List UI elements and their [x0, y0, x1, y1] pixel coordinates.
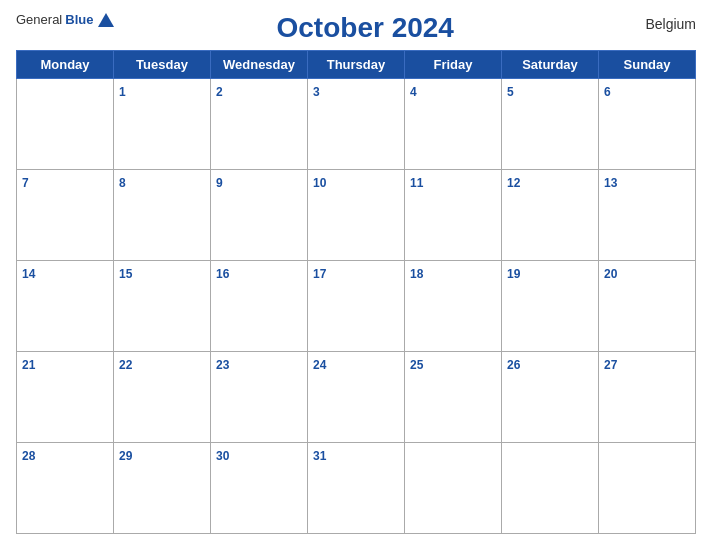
calendar-cell: 30 [211, 443, 308, 534]
calendar-cell: 12 [502, 170, 599, 261]
calendar-cell: 17 [308, 261, 405, 352]
day-number: 5 [507, 85, 514, 99]
week-row-3: 14151617181920 [17, 261, 696, 352]
calendar-cell: 7 [17, 170, 114, 261]
day-number: 8 [119, 176, 126, 190]
col-saturday: Saturday [502, 51, 599, 79]
day-number: 28 [22, 449, 35, 463]
logo-general-text: General [16, 12, 62, 27]
country-label: Belgium [616, 12, 696, 32]
col-thursday: Thursday [308, 51, 405, 79]
calendar-page: General Blue October 2024 Belgium Monday… [0, 0, 712, 550]
days-of-week-row: Monday Tuesday Wednesday Thursday Friday… [17, 51, 696, 79]
day-number: 29 [119, 449, 132, 463]
day-number: 15 [119, 267, 132, 281]
calendar-cell: 8 [114, 170, 211, 261]
week-row-4: 21222324252627 [17, 352, 696, 443]
calendar-cell: 2 [211, 79, 308, 170]
day-number: 6 [604, 85, 611, 99]
calendar-cell: 10 [308, 170, 405, 261]
calendar-cell: 27 [599, 352, 696, 443]
calendar-cell [599, 443, 696, 534]
day-number: 10 [313, 176, 326, 190]
day-number: 11 [410, 176, 423, 190]
day-number: 16 [216, 267, 229, 281]
calendar-cell: 22 [114, 352, 211, 443]
calendar-cell: 13 [599, 170, 696, 261]
calendar-table: Monday Tuesday Wednesday Thursday Friday… [16, 50, 696, 534]
col-friday: Friday [405, 51, 502, 79]
logo-blue-text: Blue [65, 12, 93, 27]
day-number: 27 [604, 358, 617, 372]
calendar-cell: 25 [405, 352, 502, 443]
day-number: 9 [216, 176, 223, 190]
col-tuesday: Tuesday [114, 51, 211, 79]
calendar-cell [405, 443, 502, 534]
day-number: 3 [313, 85, 320, 99]
calendar-cell: 31 [308, 443, 405, 534]
page-header: General Blue October 2024 Belgium [16, 12, 696, 44]
day-number: 19 [507, 267, 520, 281]
col-wednesday: Wednesday [211, 51, 308, 79]
logo-area: General Blue [16, 12, 114, 27]
calendar-cell: 3 [308, 79, 405, 170]
day-number: 26 [507, 358, 520, 372]
day-number: 4 [410, 85, 417, 99]
calendar-title: October 2024 [277, 12, 454, 43]
calendar-cell: 9 [211, 170, 308, 261]
calendar-cell: 15 [114, 261, 211, 352]
day-number: 1 [119, 85, 126, 99]
day-number: 12 [507, 176, 520, 190]
logo-triangle-icon [98, 13, 114, 27]
day-number: 25 [410, 358, 423, 372]
day-number: 14 [22, 267, 35, 281]
calendar-cell: 26 [502, 352, 599, 443]
col-sunday: Sunday [599, 51, 696, 79]
day-number: 2 [216, 85, 223, 99]
calendar-cell: 18 [405, 261, 502, 352]
day-number: 18 [410, 267, 423, 281]
day-number: 13 [604, 176, 617, 190]
calendar-cell [502, 443, 599, 534]
calendar-cell: 16 [211, 261, 308, 352]
calendar-cell: 24 [308, 352, 405, 443]
day-number: 20 [604, 267, 617, 281]
day-number: 7 [22, 176, 29, 190]
calendar-cell: 28 [17, 443, 114, 534]
day-number: 24 [313, 358, 326, 372]
week-row-5: 28293031 [17, 443, 696, 534]
calendar-cell: 4 [405, 79, 502, 170]
calendar-cell: 14 [17, 261, 114, 352]
calendar-cell: 23 [211, 352, 308, 443]
calendar-title-area: October 2024 [114, 12, 616, 44]
calendar-cell: 29 [114, 443, 211, 534]
day-number: 31 [313, 449, 326, 463]
day-number: 21 [22, 358, 35, 372]
calendar-cell: 6 [599, 79, 696, 170]
calendar-cell: 1 [114, 79, 211, 170]
col-monday: Monday [17, 51, 114, 79]
day-number: 22 [119, 358, 132, 372]
calendar-cell [17, 79, 114, 170]
day-number: 17 [313, 267, 326, 281]
calendar-cell: 11 [405, 170, 502, 261]
calendar-cell: 21 [17, 352, 114, 443]
day-number: 23 [216, 358, 229, 372]
week-row-2: 78910111213 [17, 170, 696, 261]
day-number: 30 [216, 449, 229, 463]
calendar-cell: 20 [599, 261, 696, 352]
calendar-cell: 5 [502, 79, 599, 170]
logo-box: General Blue [16, 12, 114, 27]
calendar-cell: 19 [502, 261, 599, 352]
week-row-1: 123456 [17, 79, 696, 170]
